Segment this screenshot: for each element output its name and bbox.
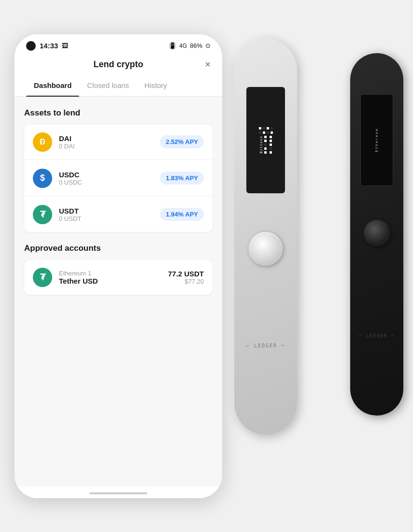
dai-apy-badge: 2.52% APY [160,135,204,148]
usdt-apy-badge: 1.94% APY [160,208,204,221]
list-item[interactable]: $ USDC 0 USDC 1.83% APY [24,161,213,196]
usdc-name: USDC [59,171,82,179]
approved-section: Approved accounts ₮ Ethereum 1 Tether US… [24,244,213,295]
ledger-screen-back: Ethereum [360,94,393,186]
list-item[interactable]: ₮ USDT 0 USDT 1.94% APY [24,197,213,232]
assets-section-title: Assets to lend [24,108,213,118]
battery-shape-icon: ⊙ [205,42,211,49]
tab-history[interactable]: History [137,74,175,96]
dai-balance: 0 DAI [59,143,75,150]
network-icon: 4G [179,43,187,49]
screenshot-icon: 🖼 [62,42,68,49]
vibration-icon: 📳 [169,42,176,49]
ledger-device-back: Ethereum ⌐ LEDGER ¬ [350,53,403,416]
list-item[interactable]: ₮ Ethereum 1 Tether USD 77.2 USDT $77.20 [24,260,213,295]
screen-content: Bitcoin [259,127,273,154]
list-item[interactable]: Ð DAI 0 DAI 2.52% APY [24,125,213,160]
ledger-screen-main: Bitcoin [246,87,285,193]
screen-content-back: Ethereum [375,128,379,152]
close-button[interactable]: × [205,59,211,69]
battery-icon: 86% [190,42,202,49]
account-left: ₮ Ethereum 1 Tether USD [33,268,98,287]
home-indicator [89,492,147,494]
usdc-icon: $ [33,169,52,188]
usdt-name: USDT [59,207,81,215]
ledger-back-logo: ⌐ LEDGER ¬ [359,333,395,338]
usdt-balance: 0 USDT [59,215,81,222]
ledger-device-main: Bitcoin [234,39,297,435]
asset-list: Ð DAI 0 DAI 2.52% APY $ [24,125,213,232]
account-icon: ₮ [33,268,52,287]
usdt-icon: ₮ [33,205,52,224]
ledger-back-button [364,220,390,246]
dai-icon: Ð [33,132,52,152]
app-header: Lend crypto × [14,55,222,74]
account-info: Ethereum 1 Tether USD [59,270,98,285]
camera-dot [26,41,36,51]
tab-closed-loans[interactable]: Closed loans [79,74,137,96]
asset-left-usdc: $ USDC 0 USDC [33,169,82,188]
status-bar: 14:33 🖼 📳 4G 86% ⊙ [14,34,222,55]
usdt-symbol: ₮ [40,209,45,220]
asset-left-usdt: ₮ USDT 0 USDT [33,205,81,224]
usdc-info: USDC 0 USDC [59,171,82,186]
approved-section-title: Approved accounts [24,244,213,253]
status-left: 14:33 🖼 [26,41,68,51]
app-title: Lend crypto [93,59,143,70]
ledger-main-button [249,232,283,266]
account-right: 77.2 USDT $77.20 [168,270,204,285]
account-label: Ethereum 1 [59,270,98,277]
tabs-container: Dashboard Closed loans History [14,74,222,97]
phone: 14:33 🖼 📳 4G 86% ⊙ Lend crypto × Dashboa… [14,34,222,498]
account-symbol: ₮ [40,272,45,283]
ledger-bracket-top: ⌐ LEDGER ¬ [246,343,285,348]
account-name: Tether USD [59,277,98,285]
usdc-balance: 0 USDC [59,179,82,186]
ledger-devices: Bitcoin [220,0,413,532]
dai-name: DAI [59,134,75,143]
usdc-apy-badge: 1.83% APY [160,172,204,185]
usdt-info: USDT 0 USDT [59,207,81,222]
main-content: Assets to lend Ð DAI 0 DAI 2.52% APY [14,97,222,487]
dai-symbol: Ð [40,138,45,146]
bottom-indicator [14,487,222,498]
status-right: 📳 4G 86% ⊙ [169,42,211,49]
account-amount: 77.2 USDT [168,270,204,278]
status-time: 14:33 [40,42,58,50]
tab-dashboard[interactable]: Dashboard [26,74,79,96]
usdc-symbol: $ [40,173,45,183]
phone-container: 14:33 🖼 📳 4G 86% ⊙ Lend crypto × Dashboa… [0,0,237,532]
account-usd: $77.20 [168,278,204,285]
dai-info: DAI 0 DAI [59,134,75,150]
asset-left-dai: Ð DAI 0 DAI [33,132,75,152]
